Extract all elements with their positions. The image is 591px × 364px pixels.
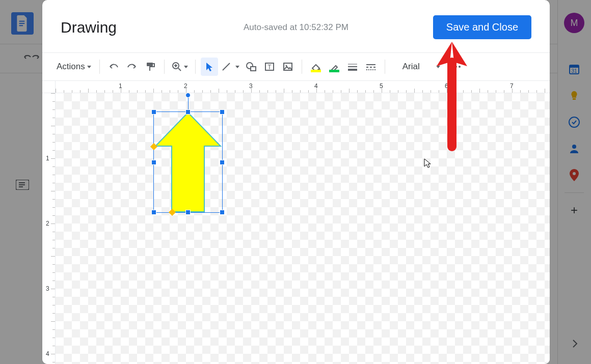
chevron-down-icon: [184, 66, 188, 68]
actions-menu[interactable]: Actions: [53, 58, 94, 76]
svg-rect-2: [19, 25, 23, 26]
adjust-handle-1[interactable]: [150, 143, 157, 150]
docs-left-panel: [0, 74, 43, 364]
addons-plus-icon[interactable]: +: [557, 197, 591, 223]
border-color-button[interactable]: [326, 58, 343, 76]
avatar[interactable]: M: [564, 13, 584, 33]
svg-line-19: [223, 63, 230, 70]
keep-icon[interactable]: [557, 82, 591, 109]
svg-text:31: 31: [571, 68, 577, 74]
zoom-button[interactable]: [170, 58, 190, 76]
font-name-label: Arial: [393, 62, 423, 72]
selection-box[interactable]: [153, 111, 223, 213]
rulers: 1234567: [42, 81, 550, 93]
svg-point-35: [459, 66, 461, 68]
chevron-down-icon: [436, 66, 440, 68]
cursor-icon: [424, 158, 431, 169]
svg-point-13: [573, 172, 576, 175]
rotation-handle[interactable]: [185, 93, 191, 98]
svg-point-33: [451, 66, 453, 68]
resize-handle-mr[interactable]: [220, 160, 225, 165]
calendar-icon[interactable]: 31: [557, 56, 591, 82]
svg-point-34: [455, 66, 457, 68]
paint-format-button[interactable]: [142, 58, 159, 76]
actions-label: Actions: [57, 62, 85, 72]
textbox-tool[interactable]: T: [261, 58, 278, 76]
ruler-v-label: 4: [46, 350, 49, 357]
svg-point-11: [569, 117, 579, 127]
drawing-dialog: Drawing Auto-saved at 10:52:32 PM Save a…: [42, 0, 550, 364]
dialog-header: Drawing Auto-saved at 10:52:32 PM Save a…: [42, 0, 550, 52]
fill-color-swatch: [311, 70, 321, 72]
ruler-corner: [42, 81, 56, 93]
tasks-icon[interactable]: [557, 109, 591, 135]
drawing-canvas[interactable]: [56, 93, 550, 364]
resize-handle-tm[interactable]: [185, 109, 191, 115]
svg-rect-21: [251, 67, 256, 71]
shape-tool[interactable]: [243, 58, 260, 76]
font-picker[interactable]: Arial: [390, 58, 446, 76]
ruler-v-label: 1: [46, 155, 49, 162]
image-tool[interactable]: [279, 58, 297, 76]
outline-icon: [12, 176, 33, 194]
ruler-horizontal[interactable]: 1234567: [56, 81, 550, 93]
maps-icon[interactable]: [557, 162, 591, 188]
ruler-v-label: 3: [46, 285, 49, 292]
redo-button[interactable]: [123, 58, 141, 76]
chevron-down-icon: [235, 66, 239, 68]
contacts-icon[interactable]: [557, 135, 591, 162]
svg-rect-14: [147, 63, 153, 66]
docs-side-panel: M 31 +: [557, 0, 591, 364]
resize-handle-br[interactable]: [220, 210, 225, 215]
line-tool[interactable]: [219, 58, 241, 76]
undo-icon: [20, 52, 43, 64]
svg-rect-3: [16, 180, 29, 190]
more-options-button[interactable]: [447, 58, 465, 76]
avatar-initial: M: [571, 18, 578, 29]
fill-color-button[interactable]: [307, 58, 325, 76]
resize-handle-bm[interactable]: [185, 210, 191, 215]
save-and-close-button[interactable]: Save and Close: [433, 15, 531, 39]
resize-handle-tr[interactable]: [220, 109, 225, 115]
svg-point-12: [572, 145, 576, 149]
svg-rect-7: [570, 65, 579, 74]
border-color-swatch: [329, 70, 339, 72]
dialog-title: Drawing: [61, 19, 117, 36]
svg-rect-8: [570, 65, 579, 68]
ruler-v-label: 2: [46, 220, 49, 227]
select-tool[interactable]: [201, 58, 218, 76]
svg-text:T: T: [267, 64, 272, 71]
resize-handle-bl[interactable]: [151, 210, 156, 215]
resize-handle-tl[interactable]: [151, 109, 156, 115]
chevron-down-icon: [87, 66, 91, 68]
svg-line-16: [178, 68, 181, 71]
adjust-handle-2[interactable]: [169, 209, 176, 216]
svg-rect-10: [573, 98, 576, 100]
border-weight-button[interactable]: [344, 58, 361, 76]
undo-button[interactable]: [105, 58, 122, 76]
ruler-vertical[interactable]: 1234: [42, 93, 56, 364]
drawing-toolbar: Actions T: [42, 52, 550, 81]
collapse-side-panel-icon[interactable]: [558, 333, 591, 354]
svg-rect-1: [19, 23, 25, 24]
border-dash-button[interactable]: [362, 58, 380, 76]
resize-handle-ml[interactable]: [151, 160, 156, 165]
svg-rect-0: [19, 21, 25, 22]
docs-logo-icon: [11, 12, 34, 35]
